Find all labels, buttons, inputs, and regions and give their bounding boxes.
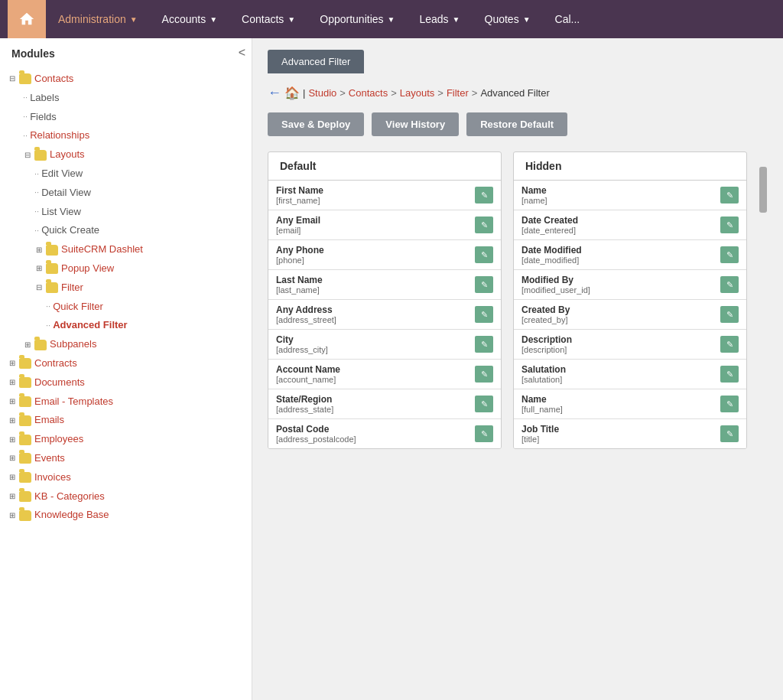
edit-field-button[interactable]: ✎	[720, 396, 739, 412]
edit-field-button[interactable]: ✎	[720, 246, 739, 263]
field-info: Salutation [salutation]	[521, 364, 720, 384]
breadcrumb-layouts[interactable]: Layouts	[400, 87, 435, 99]
restore-default-button[interactable]: Restore Default	[466, 112, 567, 136]
expand-plus-icon: ⊞	[8, 378, 17, 387]
field-info: Modified By [modified_user_id]	[521, 275, 720, 295]
back-button[interactable]: ←	[268, 85, 281, 101]
tree-employees[interactable]: ⊞ Employees	[8, 430, 244, 449]
tree-quick-filter[interactable]: ·· Quick Filter	[8, 298, 244, 317]
home-button[interactable]	[8, 0, 46, 38]
tree-emails[interactable]: ⊞ Emails	[8, 411, 244, 430]
field-info: State/Region [address_state]	[276, 394, 475, 414]
expand-plus-icon: ⊞	[8, 454, 17, 463]
breadcrumb-current: Advanced Filter	[480, 87, 549, 99]
edit-field-button[interactable]: ✎	[475, 396, 493, 412]
nav-accounts[interactable]: Accounts ▼	[150, 0, 230, 38]
field-name: Date Modified	[521, 245, 720, 256]
sidebar-title: Modules	[0, 38, 252, 66]
folder-icon	[46, 263, 58, 274]
view-history-button[interactable]: View History	[372, 112, 459, 136]
tree-popup-view[interactable]: ⊞ Popup View	[8, 259, 244, 278]
nav-opportunities[interactable]: Opportunities ▼	[307, 0, 407, 38]
tab-advanced-filter[interactable]: Advanced Filter	[268, 50, 364, 73]
tree-relationships[interactable]: ·· Relationships	[8, 126, 244, 145]
tree-quick-create[interactable]: ·· Quick Create	[8, 221, 244, 240]
edit-field-button[interactable]: ✎	[475, 246, 493, 263]
field-info: First Name [first_name]	[276, 185, 475, 205]
edit-field-button[interactable]: ✎	[475, 187, 493, 203]
tree-layouts[interactable]: ⊟ Layouts	[8, 145, 244, 164]
default-panel-header: Default	[268, 152, 501, 181]
tree-suitecrm-dashlet[interactable]: ⊞ SuiteCRM Dashlet	[8, 240, 244, 259]
tree-contacts[interactable]: ⊟ Contacts	[8, 70, 244, 89]
edit-field-button[interactable]: ✎	[475, 425, 493, 442]
nav-contacts[interactable]: Contacts ▼	[229, 0, 307, 38]
folder-icon	[34, 340, 47, 350]
tree-kb-categories[interactable]: ⊞ KB - Categories	[8, 487, 244, 506]
scrollbar-thumb[interactable]	[759, 167, 767, 213]
edit-field-button[interactable]: ✎	[720, 306, 739, 323]
tree-edit-view[interactable]: ·· Edit View	[8, 164, 244, 184]
field-name: State/Region	[276, 394, 475, 405]
folder-icon	[19, 453, 31, 464]
dot-icon: ··	[34, 186, 39, 200]
tree-advanced-filter[interactable]: ·· Advanced Filter	[8, 316, 244, 335]
tree-list-view[interactable]: ·· List View	[8, 203, 244, 222]
field-name: Salutation	[521, 364, 720, 375]
breadcrumb-studio[interactable]: Studio	[308, 87, 336, 99]
tree-events[interactable]: ⊞ Events	[8, 449, 244, 468]
tree-subpanels[interactable]: ⊞ Subpanels	[8, 335, 244, 354]
nav-administration[interactable]: Administration ▼	[46, 0, 150, 38]
edit-field-button[interactable]: ✎	[720, 336, 739, 353]
edit-field-button[interactable]: ✎	[475, 366, 493, 383]
folder-icon	[19, 377, 31, 388]
table-row: Name [name] ✎	[514, 181, 746, 210]
breadcrumb-contacts[interactable]: Contacts	[349, 87, 388, 99]
edit-field-button[interactable]: ✎	[720, 276, 739, 293]
nav-calendar[interactable]: Cal...	[543, 0, 593, 38]
table-row: Job Title [title] ✎	[514, 419, 746, 448]
field-info: Any Email [email]	[276, 215, 475, 235]
folder-icon	[19, 435, 31, 445]
field-name: Account Name	[276, 364, 475, 375]
field-name: Name	[521, 394, 720, 405]
expand-plus-icon: ⊞	[8, 397, 17, 406]
field-info: Date Modified [date_modified]	[521, 245, 720, 265]
edit-field-button[interactable]: ✎	[720, 217, 739, 233]
nav-leads[interactable]: Leads ▼	[407, 0, 472, 38]
edit-field-button[interactable]: ✎	[475, 276, 493, 293]
hidden-fields-list: Name [name] ✎ Date Created [date_entered…	[514, 181, 746, 448]
tree-filter[interactable]: ⊟ Filter	[8, 278, 244, 298]
folder-icon	[46, 245, 58, 256]
field-info: Name [name]	[521, 185, 720, 205]
field-name: First Name	[276, 185, 475, 196]
save-deploy-button[interactable]: Save & Deploy	[268, 112, 364, 136]
tree-contracts[interactable]: ⊞ Contracts	[8, 354, 244, 373]
action-buttons: Save & Deploy View History Restore Defau…	[268, 112, 768, 136]
tree-email-templates[interactable]: ⊞ Email - Templates	[8, 392, 244, 412]
edit-field-button[interactable]: ✎	[720, 366, 739, 383]
field-name: Name	[521, 185, 720, 196]
nav-quotes[interactable]: Quotes ▼	[473, 0, 543, 38]
hidden-panel-header: Hidden	[514, 152, 746, 181]
tree-labels[interactable]: ·· Labels	[8, 89, 244, 108]
edit-field-button[interactable]: ✎	[475, 336, 493, 353]
folder-icon	[34, 150, 47, 161]
sidebar-collapse-button[interactable]: <	[239, 46, 245, 60]
breadcrumb-filter[interactable]: Filter	[447, 87, 469, 99]
edit-field-button[interactable]: ✎	[720, 425, 739, 442]
tree-detail-view[interactable]: ·· Detail View	[8, 184, 244, 203]
dot-icon: ··	[46, 319, 50, 333]
home-breadcrumb-icon[interactable]: 🏠	[284, 86, 300, 100]
expand-plus-icon: ⊞	[34, 246, 44, 255]
tree-knowledge-base[interactable]: ⊞ Knowledge Base	[8, 506, 244, 525]
tree-invoices[interactable]: ⊞ Invoices	[8, 468, 244, 487]
edit-field-button[interactable]: ✎	[475, 217, 493, 233]
tree-fields[interactable]: ·· Fields	[8, 108, 244, 127]
edit-field-button[interactable]: ✎	[720, 187, 739, 203]
field-code: [name]	[521, 196, 720, 205]
field-name: Any Address	[276, 304, 475, 315]
edit-field-button[interactable]: ✎	[475, 306, 493, 323]
tree-documents[interactable]: ⊞ Documents	[8, 373, 244, 392]
field-name: Date Created	[521, 215, 720, 226]
